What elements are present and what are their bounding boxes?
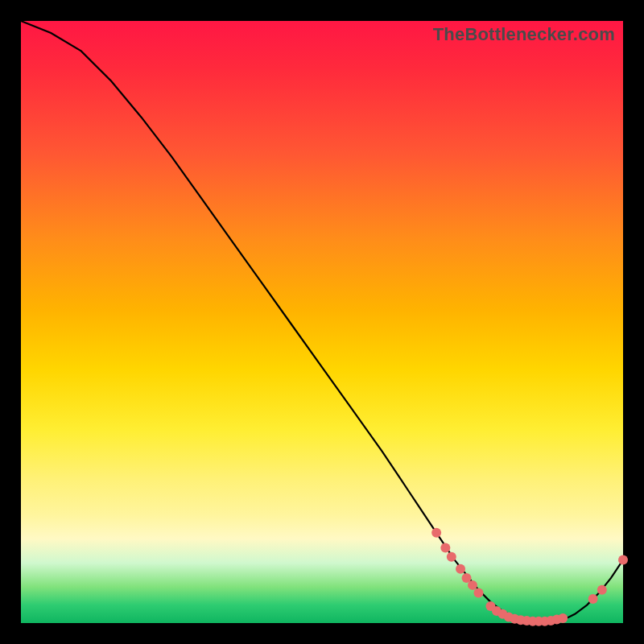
chart-frame: TheBottlenecker.com	[0, 0, 644, 644]
data-point	[456, 564, 465, 574]
data-point	[431, 528, 441, 538]
data-point	[440, 543, 450, 553]
curve-markers	[431, 528, 628, 626]
data-point	[473, 588, 483, 598]
data-point	[597, 585, 607, 595]
data-point	[558, 613, 568, 623]
data-point	[447, 552, 456, 562]
data-point	[468, 580, 477, 590]
plot-area: TheBottlenecker.com	[21, 21, 623, 623]
curve-layer	[21, 21, 623, 623]
data-point	[618, 555, 628, 564]
data-point	[588, 594, 598, 604]
bottleneck-curve	[21, 21, 623, 621]
